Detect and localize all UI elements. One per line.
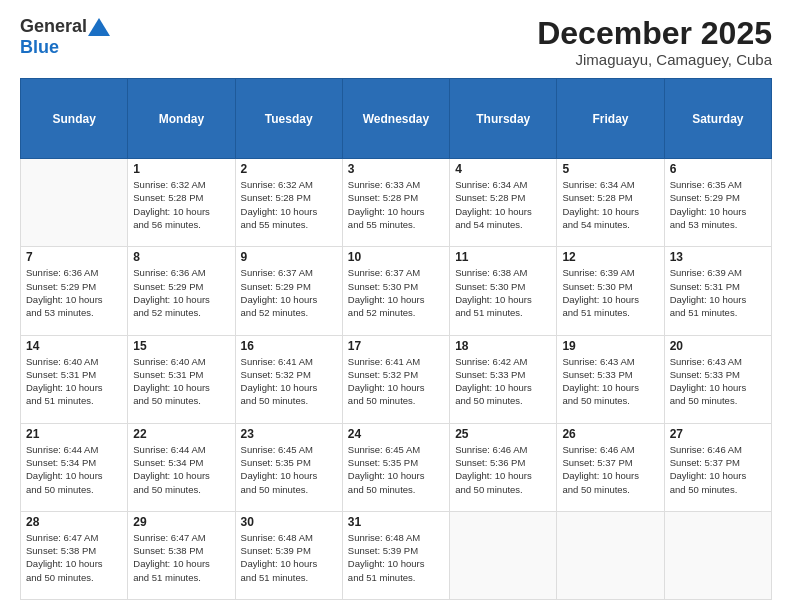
day-number: 31 bbox=[348, 515, 444, 529]
day-info: Sunrise: 6:32 AM Sunset: 5:28 PM Dayligh… bbox=[241, 178, 337, 231]
day-info: Sunrise: 6:37 AM Sunset: 5:30 PM Dayligh… bbox=[348, 266, 444, 319]
calendar-cell: 8Sunrise: 6:36 AM Sunset: 5:29 PM Daylig… bbox=[128, 247, 235, 335]
day-number: 26 bbox=[562, 427, 658, 441]
calendar-cell: 11Sunrise: 6:38 AM Sunset: 5:30 PM Dayli… bbox=[450, 247, 557, 335]
day-info: Sunrise: 6:38 AM Sunset: 5:30 PM Dayligh… bbox=[455, 266, 551, 319]
calendar-week-3: 14Sunrise: 6:40 AM Sunset: 5:31 PM Dayli… bbox=[21, 335, 772, 423]
calendar-cell: 17Sunrise: 6:41 AM Sunset: 5:32 PM Dayli… bbox=[342, 335, 449, 423]
day-number: 24 bbox=[348, 427, 444, 441]
header: General Blue December 2025 Jimaguayu, Ca… bbox=[20, 16, 772, 68]
calendar-cell: 19Sunrise: 6:43 AM Sunset: 5:33 PM Dayli… bbox=[557, 335, 664, 423]
calendar-cell: 1Sunrise: 6:32 AM Sunset: 5:28 PM Daylig… bbox=[128, 159, 235, 247]
calendar-cell: 3Sunrise: 6:33 AM Sunset: 5:28 PM Daylig… bbox=[342, 159, 449, 247]
day-number: 10 bbox=[348, 250, 444, 264]
day-number: 2 bbox=[241, 162, 337, 176]
logo-icon bbox=[88, 18, 110, 36]
calendar-week-1: 1Sunrise: 6:32 AM Sunset: 5:28 PM Daylig… bbox=[21, 159, 772, 247]
calendar-cell: 28Sunrise: 6:47 AM Sunset: 5:38 PM Dayli… bbox=[21, 511, 128, 599]
calendar-cell: 18Sunrise: 6:42 AM Sunset: 5:33 PM Dayli… bbox=[450, 335, 557, 423]
svg-marker-0 bbox=[88, 18, 110, 36]
day-number: 4 bbox=[455, 162, 551, 176]
day-info: Sunrise: 6:34 AM Sunset: 5:28 PM Dayligh… bbox=[562, 178, 658, 231]
day-number: 1 bbox=[133, 162, 229, 176]
calendar-cell bbox=[21, 159, 128, 247]
calendar-cell: 31Sunrise: 6:48 AM Sunset: 5:39 PM Dayli… bbox=[342, 511, 449, 599]
calendar-cell: 29Sunrise: 6:47 AM Sunset: 5:38 PM Dayli… bbox=[128, 511, 235, 599]
day-info: Sunrise: 6:36 AM Sunset: 5:29 PM Dayligh… bbox=[26, 266, 122, 319]
day-number: 3 bbox=[348, 162, 444, 176]
day-info: Sunrise: 6:44 AM Sunset: 5:34 PM Dayligh… bbox=[26, 443, 122, 496]
day-info: Sunrise: 6:41 AM Sunset: 5:32 PM Dayligh… bbox=[348, 355, 444, 408]
calendar-cell: 16Sunrise: 6:41 AM Sunset: 5:32 PM Dayli… bbox=[235, 335, 342, 423]
day-number: 17 bbox=[348, 339, 444, 353]
calendar-cell: 27Sunrise: 6:46 AM Sunset: 5:37 PM Dayli… bbox=[664, 423, 771, 511]
day-number: 15 bbox=[133, 339, 229, 353]
page: General Blue December 2025 Jimaguayu, Ca… bbox=[0, 0, 792, 612]
day-info: Sunrise: 6:32 AM Sunset: 5:28 PM Dayligh… bbox=[133, 178, 229, 231]
calendar-cell: 5Sunrise: 6:34 AM Sunset: 5:28 PM Daylig… bbox=[557, 159, 664, 247]
day-info: Sunrise: 6:43 AM Sunset: 5:33 PM Dayligh… bbox=[670, 355, 766, 408]
title-block: December 2025 Jimaguayu, Camaguey, Cuba bbox=[537, 16, 772, 68]
day-info: Sunrise: 6:45 AM Sunset: 5:35 PM Dayligh… bbox=[241, 443, 337, 496]
calendar-cell: 23Sunrise: 6:45 AM Sunset: 5:35 PM Dayli… bbox=[235, 423, 342, 511]
day-info: Sunrise: 6:34 AM Sunset: 5:28 PM Dayligh… bbox=[455, 178, 551, 231]
day-info: Sunrise: 6:47 AM Sunset: 5:38 PM Dayligh… bbox=[133, 531, 229, 584]
weekday-header-friday: Friday bbox=[557, 79, 664, 159]
day-info: Sunrise: 6:44 AM Sunset: 5:34 PM Dayligh… bbox=[133, 443, 229, 496]
calendar-table: SundayMondayTuesdayWednesdayThursdayFrid… bbox=[20, 78, 772, 600]
day-number: 16 bbox=[241, 339, 337, 353]
day-info: Sunrise: 6:39 AM Sunset: 5:30 PM Dayligh… bbox=[562, 266, 658, 319]
calendar-cell: 12Sunrise: 6:39 AM Sunset: 5:30 PM Dayli… bbox=[557, 247, 664, 335]
calendar-cell: 30Sunrise: 6:48 AM Sunset: 5:39 PM Dayli… bbox=[235, 511, 342, 599]
day-info: Sunrise: 6:33 AM Sunset: 5:28 PM Dayligh… bbox=[348, 178, 444, 231]
weekday-header-wednesday: Wednesday bbox=[342, 79, 449, 159]
day-number: 27 bbox=[670, 427, 766, 441]
day-number: 14 bbox=[26, 339, 122, 353]
day-number: 21 bbox=[26, 427, 122, 441]
day-info: Sunrise: 6:45 AM Sunset: 5:35 PM Dayligh… bbox=[348, 443, 444, 496]
day-number: 19 bbox=[562, 339, 658, 353]
day-number: 20 bbox=[670, 339, 766, 353]
day-number: 12 bbox=[562, 250, 658, 264]
calendar-cell: 2Sunrise: 6:32 AM Sunset: 5:28 PM Daylig… bbox=[235, 159, 342, 247]
calendar-cell: 10Sunrise: 6:37 AM Sunset: 5:30 PM Dayli… bbox=[342, 247, 449, 335]
calendar-cell bbox=[450, 511, 557, 599]
day-number: 28 bbox=[26, 515, 122, 529]
calendar-cell: 13Sunrise: 6:39 AM Sunset: 5:31 PM Dayli… bbox=[664, 247, 771, 335]
day-info: Sunrise: 6:36 AM Sunset: 5:29 PM Dayligh… bbox=[133, 266, 229, 319]
day-number: 11 bbox=[455, 250, 551, 264]
calendar-cell: 9Sunrise: 6:37 AM Sunset: 5:29 PM Daylig… bbox=[235, 247, 342, 335]
day-info: Sunrise: 6:46 AM Sunset: 5:36 PM Dayligh… bbox=[455, 443, 551, 496]
calendar-cell: 24Sunrise: 6:45 AM Sunset: 5:35 PM Dayli… bbox=[342, 423, 449, 511]
calendar-week-2: 7Sunrise: 6:36 AM Sunset: 5:29 PM Daylig… bbox=[21, 247, 772, 335]
weekday-header-monday: Monday bbox=[128, 79, 235, 159]
calendar-cell: 14Sunrise: 6:40 AM Sunset: 5:31 PM Dayli… bbox=[21, 335, 128, 423]
calendar-cell: 26Sunrise: 6:46 AM Sunset: 5:37 PM Dayli… bbox=[557, 423, 664, 511]
calendar-cell: 20Sunrise: 6:43 AM Sunset: 5:33 PM Dayli… bbox=[664, 335, 771, 423]
calendar-week-5: 28Sunrise: 6:47 AM Sunset: 5:38 PM Dayli… bbox=[21, 511, 772, 599]
day-info: Sunrise: 6:48 AM Sunset: 5:39 PM Dayligh… bbox=[241, 531, 337, 584]
day-number: 7 bbox=[26, 250, 122, 264]
day-info: Sunrise: 6:41 AM Sunset: 5:32 PM Dayligh… bbox=[241, 355, 337, 408]
calendar-cell: 21Sunrise: 6:44 AM Sunset: 5:34 PM Dayli… bbox=[21, 423, 128, 511]
day-info: Sunrise: 6:37 AM Sunset: 5:29 PM Dayligh… bbox=[241, 266, 337, 319]
day-info: Sunrise: 6:43 AM Sunset: 5:33 PM Dayligh… bbox=[562, 355, 658, 408]
day-number: 8 bbox=[133, 250, 229, 264]
calendar-cell: 15Sunrise: 6:40 AM Sunset: 5:31 PM Dayli… bbox=[128, 335, 235, 423]
day-info: Sunrise: 6:48 AM Sunset: 5:39 PM Dayligh… bbox=[348, 531, 444, 584]
day-info: Sunrise: 6:35 AM Sunset: 5:29 PM Dayligh… bbox=[670, 178, 766, 231]
day-info: Sunrise: 6:46 AM Sunset: 5:37 PM Dayligh… bbox=[670, 443, 766, 496]
calendar-cell: 4Sunrise: 6:34 AM Sunset: 5:28 PM Daylig… bbox=[450, 159, 557, 247]
day-info: Sunrise: 6:40 AM Sunset: 5:31 PM Dayligh… bbox=[133, 355, 229, 408]
calendar-cell: 6Sunrise: 6:35 AM Sunset: 5:29 PM Daylig… bbox=[664, 159, 771, 247]
day-number: 9 bbox=[241, 250, 337, 264]
calendar-cell: 25Sunrise: 6:46 AM Sunset: 5:36 PM Dayli… bbox=[450, 423, 557, 511]
day-number: 25 bbox=[455, 427, 551, 441]
calendar-cell bbox=[557, 511, 664, 599]
day-number: 5 bbox=[562, 162, 658, 176]
weekday-header-thursday: Thursday bbox=[450, 79, 557, 159]
calendar-cell bbox=[664, 511, 771, 599]
calendar-cell: 7Sunrise: 6:36 AM Sunset: 5:29 PM Daylig… bbox=[21, 247, 128, 335]
logo: General Blue bbox=[20, 16, 111, 58]
day-number: 30 bbox=[241, 515, 337, 529]
